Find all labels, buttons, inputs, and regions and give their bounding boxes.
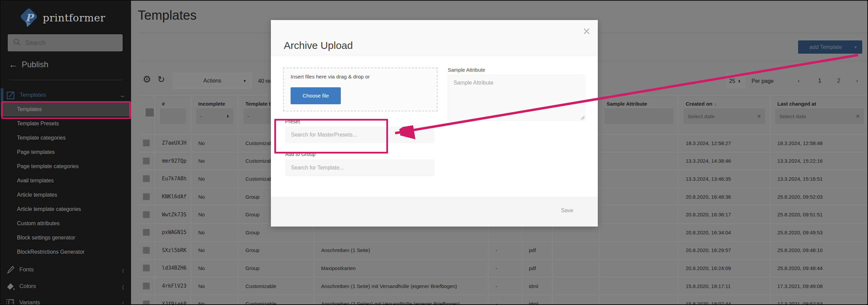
sidebar-subnav: TemplatesTemplate PresetsTemplate catego… <box>1 102 131 259</box>
sidebar-item-page-template-categories[interactable]: Page template categories <box>1 159 131 174</box>
sidebar-item-blockrestrictions-generator[interactable]: BlockRestrictions Generator <box>1 245 131 259</box>
textarea-resize-handle[interactable] <box>581 116 585 120</box>
sidebar-item-page-templates[interactable]: Page templates <box>1 145 131 159</box>
modal-header: Archive Upload × <box>271 20 598 55</box>
brand-name: printformer <box>43 12 105 24</box>
group-placeholder: Search for Template... <box>291 165 344 171</box>
chevron-left-icon: ‹ <box>122 263 124 276</box>
search-placeholder: Search <box>25 39 45 47</box>
sidebar-section-templates[interactable]: Templates ⌄ <box>1 88 131 102</box>
modal-footer: Save <box>271 197 598 227</box>
chevron-down-icon: ⌄ <box>118 91 126 99</box>
chevron-left-icon: ‹ <box>122 280 124 293</box>
sidebar-item-avail-templates[interactable]: Avail templates <box>1 174 131 188</box>
sidebar-item-template-categories[interactable]: Template categories <box>1 131 131 145</box>
brand-logo[interactable]: P printformer <box>20 5 105 31</box>
variants-icon <box>6 298 15 305</box>
active-section-indicator <box>1 88 3 102</box>
annotation-highlight-preset-field <box>274 119 388 154</box>
sidebar-item-custom-attributes[interactable]: Custom attributes <box>1 216 131 231</box>
annotation-highlight-sidebar-templates <box>1 101 131 119</box>
modal-title: Archive Upload <box>284 40 353 51</box>
pencil-icon <box>6 265 15 274</box>
sidebar-item-article-templates[interactable]: Article templates <box>1 188 131 202</box>
paint-bucket-icon <box>6 282 15 291</box>
group-search-input[interactable]: Search for Template... <box>285 159 435 176</box>
chevron-left-icon: ‹ <box>122 296 124 305</box>
sample-attribute-label: Sample Attribute <box>448 67 485 73</box>
publish-label: Publish <box>22 60 49 69</box>
file-dropzone[interactable]: Insert files here via drag & drop or Cho… <box>283 68 438 111</box>
close-icon[interactable]: × <box>583 24 590 39</box>
fonts-label: Fonts <box>19 266 34 273</box>
sidebar-item-block-settings-generator[interactable]: Block settings generator <box>1 231 131 245</box>
choose-file-button[interactable]: Choose file <box>291 87 341 104</box>
sample-attribute-placeholder: Sample Attribute <box>454 80 493 86</box>
variants-label: Variants <box>19 299 40 305</box>
sidebar-item-variants[interactable]: Variants ‹ <box>1 295 131 305</box>
back-to-publish-link[interactable]: ← Publish <box>9 60 49 69</box>
search-icon <box>13 38 21 48</box>
edit-square-icon <box>6 91 15 100</box>
sidebar: P printformer Search ← Publish Templates… <box>1 1 131 305</box>
sidebar-item-fonts[interactable]: Fonts ‹ <box>1 262 131 277</box>
save-button[interactable]: Save <box>561 208 573 214</box>
colors-label: Colors <box>19 283 36 290</box>
dropzone-text: Insert files here via drag & drop or <box>291 74 370 80</box>
sample-attribute-textarea[interactable]: Sample Attribute <box>448 75 586 121</box>
sidebar-item-article-template-categories[interactable]: Article template categories <box>1 202 131 216</box>
sidebar-divider <box>9 80 123 80</box>
section-label: Templates <box>20 92 46 98</box>
back-arrow-icon: ← <box>9 60 18 69</box>
sidebar-search-input[interactable]: Search <box>8 34 123 51</box>
sidebar-item-colors[interactable]: Colors ‹ <box>1 279 131 294</box>
app-window: P printformer Search ← Publish Templates… <box>0 0 868 305</box>
printformer-logo-icon: P <box>20 9 38 26</box>
